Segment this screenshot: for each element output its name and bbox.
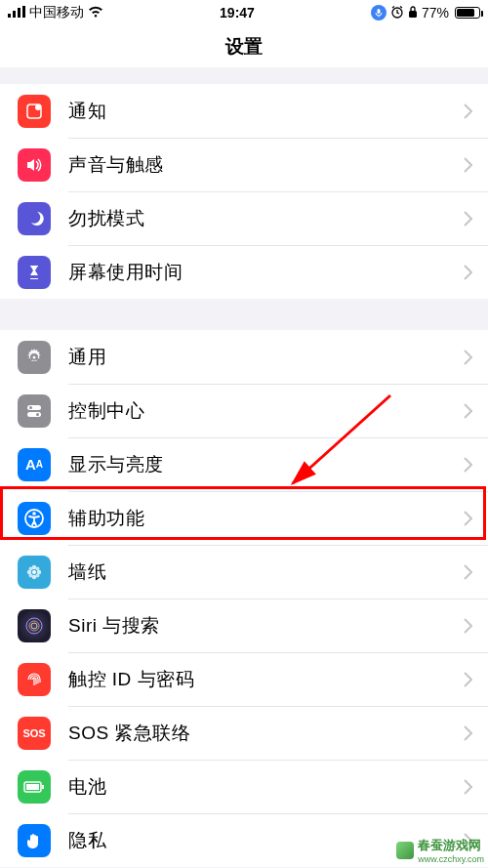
fingerprint-icon <box>18 663 51 696</box>
row-label: 显示与亮度 <box>68 452 464 477</box>
row-label: 通用 <box>68 345 464 370</box>
siri-icon <box>18 609 51 642</box>
chevron-right-icon <box>464 157 488 173</box>
chevron-right-icon <box>464 350 488 365</box>
section-spacer <box>0 68 488 84</box>
wifi-icon <box>88 5 103 21</box>
svg-point-10 <box>29 406 32 409</box>
row-label: 控制中心 <box>68 398 464 424</box>
row-screentime[interactable]: 屏幕使用时间 <box>0 245 488 299</box>
settings-group-2: 通用 控制中心 AA 显示与亮度 辅助功能 墙纸 Siri 与搜索 <box>0 330 488 867</box>
sos-icon: SOS <box>18 717 51 750</box>
chevron-right-icon <box>464 779 488 795</box>
row-display[interactable]: AA 显示与亮度 <box>0 437 488 491</box>
svg-point-15 <box>32 570 36 574</box>
status-bar: 中国移动 19:47 77% <box>0 0 488 25</box>
svg-point-21 <box>36 566 40 570</box>
alarm-icon <box>390 5 404 21</box>
svg-point-22 <box>29 573 33 577</box>
row-siri[interactable]: Siri 与搜索 <box>0 599 488 652</box>
svg-rect-4 <box>377 9 380 14</box>
row-label: 声音与触感 <box>68 152 464 178</box>
svg-point-20 <box>29 566 33 570</box>
row-notifications[interactable]: 通知 <box>0 84 488 138</box>
svg-rect-28 <box>26 784 39 790</box>
chevron-right-icon <box>464 211 488 227</box>
svg-rect-29 <box>42 785 44 789</box>
svg-rect-3 <box>22 6 25 18</box>
signal-icon <box>8 5 25 21</box>
hourglass-icon <box>18 256 51 289</box>
chevron-right-icon <box>464 403 488 419</box>
row-accessibility[interactable]: 辅助功能 <box>0 491 488 545</box>
svg-point-8 <box>35 104 41 110</box>
row-label: 电池 <box>68 774 464 800</box>
row-label: Siri 与搜索 <box>68 613 464 639</box>
row-touchid[interactable]: 触控 ID 与密码 <box>0 652 488 706</box>
row-label: 屏幕使用时间 <box>68 260 464 285</box>
battery-icon <box>18 770 51 804</box>
chevron-right-icon <box>464 672 488 687</box>
battery-pct-label: 77% <box>422 5 449 21</box>
aa-icon: AA <box>18 448 51 481</box>
row-general[interactable]: 通用 <box>0 330 488 384</box>
lock-icon <box>408 5 418 21</box>
voice-input-icon <box>371 5 386 21</box>
row-sound[interactable]: 声音与触感 <box>0 138 488 191</box>
row-controlcenter[interactable]: 控制中心 <box>0 384 488 437</box>
row-label: 通知 <box>68 99 464 124</box>
settings-group-1: 通知 声音与触感 勿扰模式 屏幕使用时间 <box>0 84 488 299</box>
svg-point-24 <box>26 618 42 634</box>
flower-icon <box>18 556 51 589</box>
svg-point-12 <box>36 413 39 416</box>
row-wallpaper[interactable]: 墙纸 <box>0 545 488 599</box>
accessibility-icon <box>18 502 51 535</box>
row-label: 辅助功能 <box>68 506 464 531</box>
moon-icon <box>18 202 51 235</box>
battery-icon <box>453 7 480 19</box>
watermark-logo-icon <box>396 842 414 859</box>
row-sos[interactable]: SOS SOS 紧急联络 <box>0 706 488 760</box>
watermark-text: 春蚕游戏网 <box>418 837 484 854</box>
hand-icon <box>18 824 51 857</box>
watermark-url: www.czchxy.com <box>418 854 484 864</box>
svg-point-23 <box>36 573 40 577</box>
chevron-right-icon <box>464 564 488 580</box>
watermark: 春蚕游戏网 www.czchxy.com <box>396 837 484 864</box>
page-title: 设置 <box>0 25 488 68</box>
chevron-right-icon <box>464 265 488 280</box>
svg-rect-1 <box>13 11 16 18</box>
chevron-right-icon <box>464 457 488 473</box>
chevron-right-icon <box>464 103 488 119</box>
status-time: 19:47 <box>220 5 255 21</box>
row-label: SOS 紧急联络 <box>68 721 464 746</box>
row-label: 勿扰模式 <box>68 206 464 231</box>
svg-point-14 <box>32 512 36 516</box>
chevron-right-icon <box>464 618 488 634</box>
svg-point-26 <box>31 623 37 629</box>
toggles-icon <box>18 394 51 428</box>
section-spacer <box>0 299 488 330</box>
gear-icon <box>18 341 51 374</box>
svg-rect-0 <box>8 14 11 18</box>
row-label: 触控 ID 与密码 <box>68 667 464 692</box>
row-label: 墙纸 <box>68 559 464 585</box>
chevron-right-icon <box>464 725 488 741</box>
sound-icon <box>18 148 51 182</box>
carrier-label: 中国移动 <box>29 4 84 21</box>
row-battery[interactable]: 电池 <box>0 760 488 813</box>
status-right: 77% <box>371 5 480 21</box>
status-left: 中国移动 <box>8 4 103 21</box>
svg-rect-2 <box>18 8 20 18</box>
row-dnd[interactable]: 勿扰模式 <box>0 191 488 245</box>
notifications-icon <box>18 95 51 128</box>
svg-rect-6 <box>409 11 417 18</box>
chevron-right-icon <box>464 511 488 526</box>
